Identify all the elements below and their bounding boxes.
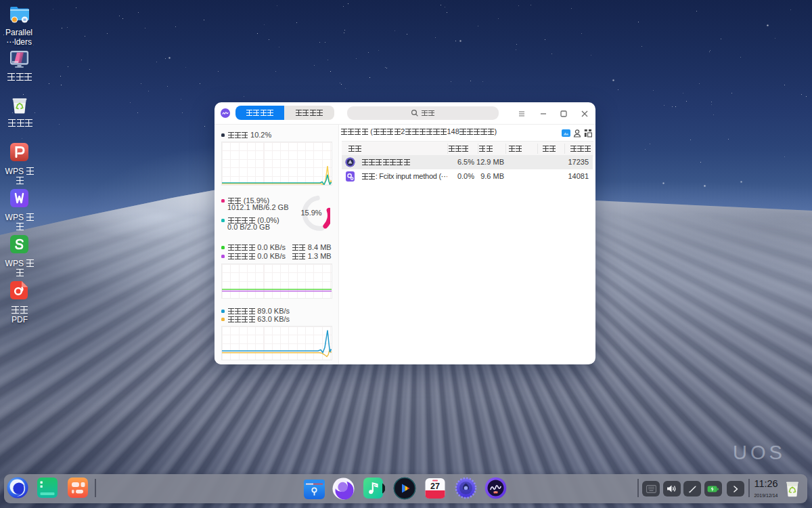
svg-text:15.9%: 15.9%: [300, 209, 321, 217]
svg-text:CPU: CPU: [494, 491, 498, 494]
svg-text:27: 27: [430, 482, 440, 491]
